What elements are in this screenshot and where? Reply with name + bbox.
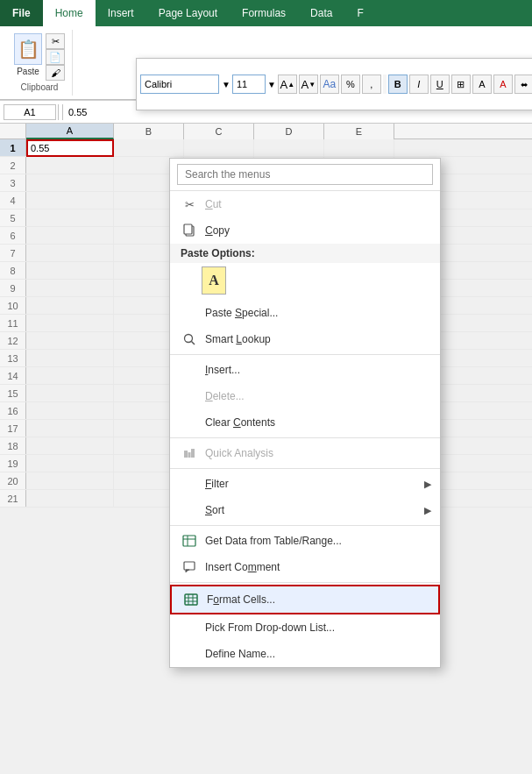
cell-a8[interactable] (26, 262, 114, 280)
cell-a2[interactable] (26, 157, 114, 174)
row-num-8: 8 (0, 262, 26, 279)
ctx-item-insert[interactable]: Insert... (170, 357, 440, 383)
case-button[interactable]: Aa (320, 75, 339, 94)
filter-submenu-arrow: ▶ (424, 479, 431, 490)
ctx-separator-2 (170, 437, 440, 438)
ctx-separator-5 (170, 582, 440, 583)
context-menu-search-input[interactable] (177, 164, 433, 185)
delete-icon (181, 387, 198, 405)
underline-button[interactable]: U (430, 75, 450, 94)
cell-b1[interactable] (114, 139, 184, 157)
ctx-item-format-cells[interactable]: Format Cells... (170, 585, 440, 614)
col-header-b[interactable]: B (114, 124, 184, 139)
ctx-item-filter[interactable]: Filter ▶ (170, 471, 440, 497)
ctx-item-pick-from-dropdown[interactable]: Pick From Drop-down List... (170, 614, 440, 641)
ctx-item-sort[interactable]: Sort ▶ (170, 497, 440, 523)
paste-icon: 📋 (14, 33, 42, 65)
cell-d1[interactable] (254, 139, 324, 157)
format-painter-button[interactable]: 🖌 (46, 65, 65, 81)
increase-font-button[interactable]: A▲ (278, 75, 297, 94)
ctx-item-clear-contents[interactable]: Clear Contents (170, 409, 440, 436)
decrease-font-button[interactable]: A▼ (299, 75, 318, 94)
italic-button[interactable]: I (409, 75, 429, 94)
font-name-dropdown-icon[interactable]: ▼ (222, 80, 231, 89)
row-num-3: 3 (0, 174, 26, 191)
cell-a17[interactable] (26, 420, 114, 437)
cut-button[interactable]: ✂ (46, 33, 65, 49)
cell-a15[interactable] (26, 385, 114, 402)
col-header-d[interactable]: D (254, 124, 324, 139)
font-name-input[interactable] (140, 75, 219, 94)
tab-page-layout[interactable]: Page Layout (146, 0, 230, 26)
ctx-item-define-name[interactable]: Define Name... (170, 641, 440, 667)
table-icon (181, 532, 198, 550)
cell-a4[interactable] (26, 192, 114, 209)
ribbon: File Home Insert Page Layout Formulas Da… (0, 0, 532, 101)
font-size-input[interactable] (232, 75, 266, 94)
cell-a13[interactable] (26, 350, 114, 367)
cell-a5[interactable] (26, 209, 114, 227)
ctx-pick-from-dropdown-label: Pick From Drop-down List... (205, 621, 335, 634)
svg-rect-11 (185, 594, 197, 605)
cell-c1[interactable] (184, 139, 254, 157)
bold-button[interactable]: B (388, 75, 408, 94)
cell-a7[interactable] (26, 245, 114, 262)
row-num-15: 15 (0, 385, 26, 401)
formula-divider[interactable] (58, 104, 63, 120)
cell-a20[interactable] (26, 472, 114, 490)
cell-a21[interactable] (26, 490, 114, 508)
ribbon-tab-bar: File Home Insert Page Layout Formulas Da… (0, 0, 532, 26)
cell-a11[interactable] (26, 315, 114, 332)
define-name-icon (181, 645, 198, 663)
ctx-item-paste-special[interactable]: Paste Special... (170, 300, 440, 326)
merge-button[interactable]: ⬌ (514, 75, 532, 94)
tab-file[interactable]: File (0, 0, 43, 26)
ctx-item-insert-comment[interactable]: Insert Comment (170, 554, 440, 580)
ctx-paste-options-header: Paste Options: (170, 244, 440, 263)
cell-reference-input[interactable] (4, 104, 56, 120)
font-color-button[interactable]: A (493, 75, 513, 94)
cell-a18[interactable] (26, 437, 114, 455)
cell-a16[interactable] (26, 402, 114, 420)
svg-rect-10 (184, 562, 195, 570)
clipboard-label: Clipboard (14, 82, 65, 92)
ctx-item-copy[interactable]: Copy (170, 217, 440, 244)
font-size-dropdown-icon[interactable]: ▼ (267, 80, 276, 89)
tab-formulas[interactable]: Formulas (230, 0, 298, 26)
cell-a6[interactable] (26, 227, 114, 245)
tab-insert[interactable]: Insert (96, 0, 146, 26)
cell-a10[interactable] (26, 297, 114, 315)
clipboard-small-buttons: ✂ 📄 🖌 (46, 33, 65, 81)
comma-button[interactable]: , (362, 75, 381, 94)
paste-button[interactable]: 📋 Paste (14, 33, 42, 76)
clear-icon (181, 414, 198, 431)
tab-more[interactable]: F (344, 0, 375, 26)
tab-home[interactable]: Home (43, 0, 96, 26)
cell-a12[interactable] (26, 332, 114, 350)
cell-a14[interactable] (26, 367, 114, 385)
cell-a19[interactable] (26, 455, 114, 472)
ctx-paste-options-label: Paste Options: (181, 247, 255, 259)
cell-a3[interactable] (26, 174, 114, 192)
col-header-e[interactable]: E (324, 124, 394, 139)
ctx-item-smart-lookup[interactable]: Smart Lookup (170, 326, 440, 352)
format-cells-icon (182, 591, 200, 608)
ctx-item-get-data[interactable]: Get Data from Table/Range... (170, 528, 440, 554)
cell-a9[interactable] (26, 280, 114, 297)
ctx-item-delete[interactable]: Delete... (170, 383, 440, 409)
col-header-a[interactable]: A (26, 124, 114, 139)
sort-submenu-arrow: ▶ (424, 505, 431, 516)
svg-rect-4 (184, 451, 188, 458)
cell-a1[interactable]: 0.55 (26, 139, 114, 157)
copy-button[interactable]: 📄 (46, 49, 65, 65)
tab-data[interactable]: Data (298, 0, 344, 26)
cell-e1[interactable] (324, 139, 394, 157)
ctx-item-paste-icon[interactable]: A (170, 263, 440, 300)
percent-button[interactable]: % (341, 75, 360, 94)
border-button[interactable]: ⊞ (451, 75, 471, 94)
fill-color-button[interactable]: A (472, 75, 492, 94)
col-header-c[interactable]: C (184, 124, 254, 139)
ctx-item-cut[interactable]: ✂ Cut (170, 191, 440, 217)
ctx-item-quick-analysis[interactable]: Quick Analysis (170, 440, 440, 466)
ctx-insert-comment-label: Insert Comment (205, 561, 280, 573)
